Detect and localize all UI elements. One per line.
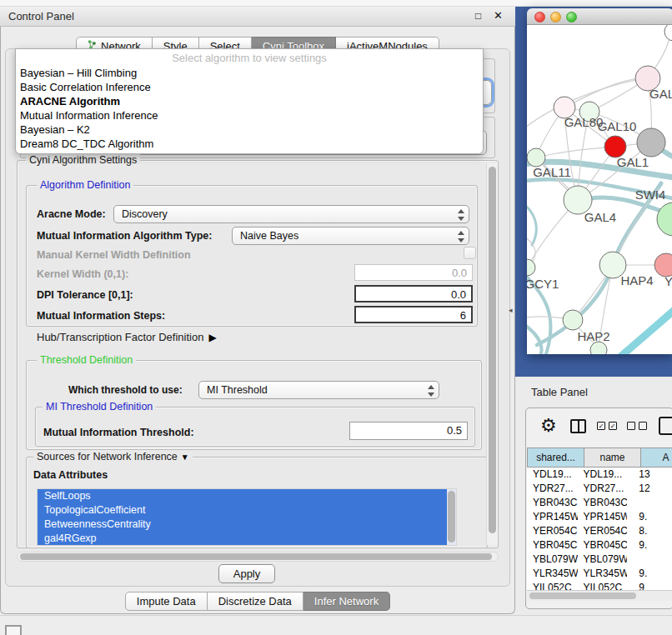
manual-kernel-label: Manual Kernel Width Definition [37, 249, 191, 261]
mi-algorithm-type-combo[interactable]: Naive Bayes [232, 227, 469, 245]
table-cell[interactable]: 9. [627, 538, 672, 552]
columns-icon[interactable] [570, 419, 586, 433]
attribute-item-selfloops[interactable]: SelfLoops [38, 489, 456, 503]
table-cell[interactable]: YDR27... [578, 482, 628, 496]
table-row[interactable]: YER054CYER054C8. [527, 524, 672, 538]
table-cell[interactable]: YBR045C [527, 538, 578, 552]
splitter-collapse-icon[interactable]: ◂ [509, 306, 513, 314]
table-cell[interactable]: YLR345W [578, 567, 628, 581]
hub-definition-label: Hub/Transcription Factor Definition [37, 331, 203, 343]
gear-icon[interactable]: ⚙ [540, 415, 557, 437]
table-cell[interactable]: YPR145W [527, 510, 578, 524]
network-node-gal11[interactable] [527, 148, 545, 167]
table-cell[interactable]: YBL079W [527, 552, 578, 567]
column-header-a[interactable]: A [641, 448, 672, 468]
table-row[interactable]: YIL052CYIL052C9 [527, 581, 672, 590]
column-header-shared[interactable]: shared... [527, 448, 584, 468]
export-table-icon[interactable] [659, 417, 672, 435]
table-cell[interactable]: 9. [627, 510, 672, 524]
algorithm-option-bayesian-hill-climbing[interactable]: Bayesian – Hill Climbing [16, 66, 483, 80]
tab-label: Discretize Data [218, 595, 292, 608]
zoom-traffic-light-icon[interactable] [566, 12, 577, 22]
algorithm-option-mutual-information-inference[interactable]: Mutual Information Inference [16, 108, 483, 122]
network-node-label: GCY1 [527, 277, 559, 291]
settings-horizontal-scrollbar-thumb[interactable] [20, 553, 492, 560]
attribute-item-gal4rgexp[interactable]: gal4RGexp [38, 532, 456, 546]
algorithm-option-bayesian-k2[interactable]: Bayesian – K2 [16, 122, 483, 137]
mi-threshold-field[interactable]: 0.5 [349, 422, 468, 440]
docked-panel-icon[interactable] [5, 625, 22, 635]
table-row[interactable]: YPR145WYPR145W9. [527, 510, 672, 524]
dpi-tolerance-field[interactable]: 0.0 [354, 285, 473, 302]
table-cell[interactable]: YLR345W [527, 567, 578, 581]
minimize-traffic-light-icon[interactable] [550, 12, 561, 22]
aracne-mode-combo[interactable]: Discovery [113, 205, 469, 223]
table-cell[interactable]: YIL052C [578, 581, 628, 590]
table-row[interactable]: YBR045CYBR045C9. [527, 538, 672, 552]
algorithm-option-basic-correlation-inference[interactable]: Basic Correlation Inference [16, 80, 483, 94]
settings-vertical-scrollbar-thumb[interactable] [489, 167, 496, 533]
group-title: Threshold Definition [37, 354, 136, 366]
table-row[interactable]: YBL079WYBL079W [527, 552, 672, 567]
hub-definition-expander[interactable]: Hub/Transcription Factor Definition▶ [37, 331, 217, 343]
algorithm-option-dream8-dc-tdc-algorithm[interactable]: Dream8 DC_TDC Algorithm [16, 137, 483, 151]
network-node-label: GAL10 [598, 119, 637, 133]
apply-button[interactable]: Apply [218, 564, 275, 583]
which-threshold-combo[interactable]: MI Threshold [198, 381, 439, 399]
table-cell[interactable]: 13 [627, 468, 672, 482]
network-node-gcy1[interactable] [527, 259, 535, 276]
show-columns-icon[interactable]: ✓✓ [597, 422, 617, 430]
table-cell[interactable]: YDR27... [527, 482, 578, 496]
network-node-y[interactable] [654, 253, 672, 277]
network-node[interactable] [637, 128, 665, 157]
mi-steps-field[interactable]: 6 [354, 306, 473, 323]
table-cell[interactable]: YBR043C [578, 496, 628, 510]
combo-arrows-icon [426, 384, 434, 398]
close-icon[interactable]: ✕ [494, 9, 503, 22]
manual-kernel-checkbox[interactable] [464, 247, 476, 259]
table-row[interactable]: YBR043CYBR043C [527, 496, 672, 510]
table-cell[interactable]: YIL052C [527, 581, 578, 590]
network-edge [527, 322, 542, 354]
table-cell[interactable]: YDL19... [578, 468, 628, 482]
table-cell[interactable] [627, 552, 672, 567]
network-node-swi4[interactable] [657, 202, 672, 236]
column-header-name[interactable]: name [584, 448, 641, 468]
table-toolbar: ⚙ ✓✓ [525, 410, 672, 445]
network-node[interactable] [664, 25, 672, 41]
table-cell[interactable]: 8. [627, 524, 672, 538]
table-cell[interactable]: YBR045C [578, 538, 628, 552]
table-rows: YDL19...YDL19...13YDR27...YDR27...12YBR0… [527, 468, 672, 590]
close-traffic-light-icon[interactable] [534, 12, 545, 22]
attribute-item-topologicalcoefficient[interactable]: TopologicalCoefficient [38, 503, 456, 518]
table-cell[interactable]: YER054C [527, 524, 578, 538]
window-title: Control Panel [8, 10, 74, 22]
table-cell[interactable]: 9. [627, 567, 672, 581]
network-edge [536, 147, 615, 158]
table-cell[interactable]: 9 [627, 581, 672, 590]
network-node[interactable] [590, 342, 607, 354]
table-row[interactable]: YDL19...YDL19...13 [527, 468, 672, 482]
table-cell[interactable]: 12 [627, 482, 672, 496]
table-cell[interactable]: YDL19... [527, 468, 578, 482]
kernel-width-field[interactable]: 0.0 [354, 264, 473, 281]
table-cell[interactable] [627, 496, 672, 510]
network-canvas[interactable]: GALGAL80GAL10GAL1GAL11GAL4SWI4GCY1HAP4YH… [527, 25, 672, 354]
table-row[interactable]: YDR27...YDR27...12 [527, 482, 672, 496]
table-horizontal-scrollbar-thumb[interactable] [529, 592, 636, 599]
tab-impute-data[interactable]: Impute Data [125, 592, 208, 611]
collapse-down-arrow-icon[interactable]: ▼ [181, 452, 189, 462]
table-cell[interactable]: YER054C [578, 524, 628, 538]
attribute-item-betweennesscentrality[interactable]: BetweennessCentrality [38, 518, 456, 532]
table-row[interactable]: YLR345WYLR345W9. [527, 567, 672, 581]
table-cell[interactable]: YPR145W [578, 510, 628, 524]
float-window-icon[interactable]: □ [475, 10, 481, 22]
hide-columns-icon[interactable] [627, 422, 647, 430]
list-scrollbar-thumb[interactable] [448, 491, 455, 542]
tab-infer-network[interactable]: Infer Network [303, 592, 390, 611]
table-cell[interactable]: YBL079W [578, 552, 628, 567]
tab-discretize-data[interactable]: Discretize Data [208, 592, 303, 611]
algorithm-option-aracne-algorithm[interactable]: ARACNE Algorithm [16, 94, 483, 108]
table-cell[interactable]: YBR043C [527, 496, 578, 510]
network-node-hap2[interactable] [563, 310, 583, 330]
